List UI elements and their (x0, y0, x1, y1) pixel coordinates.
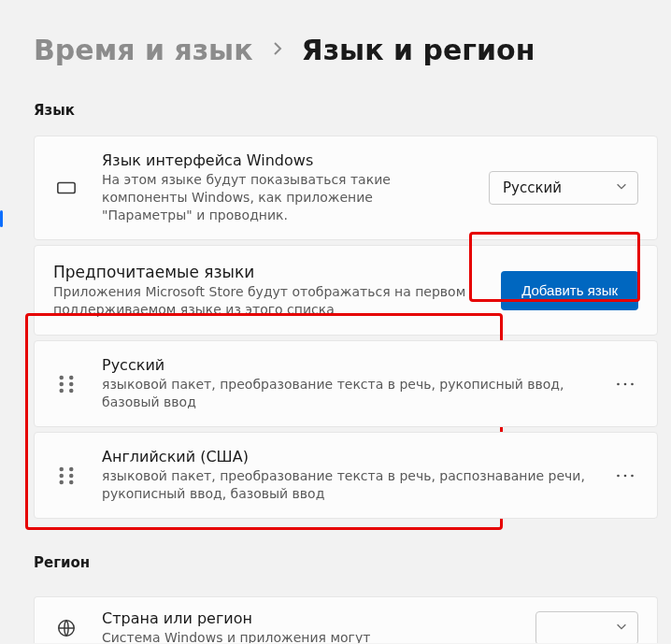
svg-point-10 (59, 466, 64, 471)
preferred-languages-title: Предпочитаемые языки (53, 263, 478, 281)
svg-point-13 (69, 473, 74, 478)
svg-point-1 (59, 376, 64, 380)
svg-point-5 (59, 389, 64, 394)
country-region-title: Страна или регион (102, 609, 513, 627)
svg-point-3 (59, 382, 64, 387)
svg-point-14 (59, 479, 64, 484)
svg-point-17 (624, 474, 627, 477)
svg-point-8 (624, 383, 627, 386)
svg-rect-0 (58, 182, 75, 193)
display-language-title: Язык интерфейса Windows (102, 151, 466, 169)
more-options-button[interactable] (612, 473, 638, 479)
country-region-select[interactable] (535, 611, 638, 644)
svg-point-16 (617, 474, 620, 477)
svg-point-9 (631, 383, 634, 386)
svg-point-11 (69, 466, 74, 471)
breadcrumb-parent[interactable]: Время и язык (34, 34, 253, 66)
country-region-card: Страна или регион Система Windows и прил… (34, 596, 658, 643)
country-region-desc: Система Windows и приложения могут (102, 629, 513, 643)
language-name: Английский (США) (102, 448, 590, 465)
drag-handle-icon[interactable] (53, 463, 79, 489)
language-row-russian[interactable]: Русский языковой пакет, преобразование т… (34, 340, 658, 427)
svg-point-6 (69, 389, 74, 394)
chevron-down-icon (615, 179, 628, 196)
drag-handle-icon[interactable] (53, 371, 79, 397)
svg-point-12 (59, 473, 64, 478)
page-title: Язык и регион (302, 34, 535, 66)
globe-icon (53, 618, 79, 638)
svg-point-4 (69, 382, 74, 387)
preferred-languages-card: Предпочитаемые языки Приложения Microsof… (34, 245, 658, 336)
language-detail: языковой пакет, преобразование текста в … (102, 467, 590, 503)
svg-point-2 (69, 376, 74, 380)
preferred-languages-desc: Приложения Microsoft Store будут отображ… (53, 283, 478, 319)
more-options-button[interactable] (612, 381, 638, 387)
windows-display-language-card: Язык интерфейса Windows На этом языке бу… (34, 136, 658, 240)
svg-point-15 (69, 479, 74, 484)
display-icon (53, 178, 79, 198)
language-detail: языковой пакет, преобразование текста в … (102, 376, 590, 411)
language-name: Русский (102, 356, 590, 374)
chevron-down-icon (615, 620, 628, 637)
section-header-language: Язык (34, 102, 658, 119)
nav-accent-mark (0, 210, 3, 227)
section-header-region: Регион (34, 554, 658, 571)
breadcrumb: Время и язык Язык и регион (34, 34, 658, 66)
svg-point-18 (631, 474, 634, 477)
language-row-english-us[interactable]: Английский (США) языковой пакет, преобра… (34, 432, 658, 519)
display-language-value: Русский (503, 179, 562, 196)
svg-point-7 (617, 383, 620, 386)
display-language-select[interactable]: Русский (489, 171, 638, 205)
chevron-right-icon (270, 41, 285, 60)
add-language-button[interactable]: Добавить язык (501, 271, 638, 310)
display-language-desc: На этом языке будут показываться такие к… (102, 171, 466, 224)
